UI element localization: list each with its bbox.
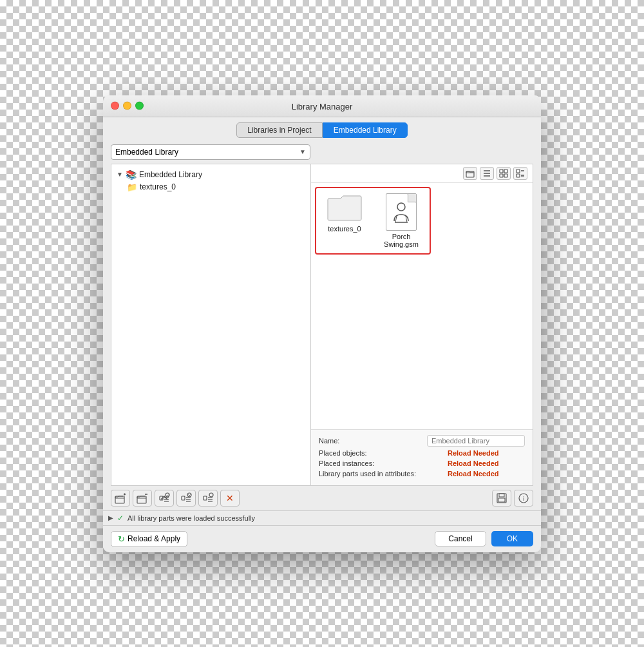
svg-point-36 (209, 493, 213, 497)
expand-icon: ▼ (117, 171, 123, 178)
name-row: Name: (319, 435, 525, 447)
left-panel: ▼ 📚 Embedded Library 📁 textures_0 (111, 164, 311, 485)
info-button[interactable]: i (514, 490, 533, 507)
svg-rect-20 (137, 496, 146, 503)
chevron-down-icon: ▼ (299, 148, 306, 155)
tab-embedded-library[interactable]: Embedded Library (323, 122, 408, 138)
settings-button[interactable] (198, 490, 218, 507)
title-bar: Library Manager (103, 95, 541, 117)
placed-instances-row: Placed instances: Reload Needed (319, 459, 525, 467)
svg-point-13 (397, 203, 405, 211)
placed-objects-row: Placed objects: Reload Needed (319, 449, 525, 457)
library-manager-window: Library Manager Libraries in Project Emb… (103, 95, 541, 552)
window-title: Library Manager (292, 102, 353, 111)
svg-rect-6 (500, 174, 503, 177)
svg-rect-39 (498, 498, 505, 502)
save-button[interactable] (492, 490, 511, 507)
bottom-right-buttons: i (492, 490, 533, 507)
maximize-button[interactable] (135, 102, 144, 110)
status-arrow-icon: ▶ (108, 514, 113, 521)
name-label: Name: (319, 437, 427, 445)
status-text: All library parts were loaded successful… (128, 514, 255, 522)
file-item-textures[interactable]: textures_0 (319, 191, 370, 251)
dropdown-bar: Embedded Library ▼ (111, 144, 533, 160)
placed-objects-label: Placed objects: (319, 449, 448, 457)
tab-libraries-in-project[interactable]: Libraries in Project (236, 122, 322, 138)
footer-right-buttons: Cancel OK (435, 531, 533, 546)
tree-child-label: textures_0 (140, 182, 176, 191)
tree-children: 📁 textures_0 (114, 181, 308, 193)
reload-apply-button[interactable]: ↻ Reload & Apply (111, 531, 187, 547)
library-parts-row: Library parts used in attributes: Reload… (319, 470, 525, 478)
tabs-bar: Libraries in Project Embedded Library (103, 117, 541, 142)
status-bar: ▶ ✓ All library parts were loaded succes… (103, 510, 541, 525)
svg-rect-38 (499, 494, 504, 497)
view-toolbar (311, 164, 533, 183)
tree-root-label: Embedded Library (139, 170, 202, 179)
remove-library-button[interactable] (133, 490, 152, 507)
file-label-gsm: Porch Swing.gsm (378, 233, 424, 248)
svg-rect-7 (504, 174, 507, 177)
ok-button[interactable]: OK (491, 531, 533, 546)
library-parts-label: Library parts used in attributes: (319, 470, 448, 478)
library-parts-value: Reload Needed (448, 470, 498, 478)
svg-rect-17 (115, 496, 124, 503)
grid-view-button[interactable] (497, 167, 511, 180)
svg-text:i: i (523, 496, 524, 502)
file-label-textures: textures_0 (328, 225, 361, 233)
cancel-button[interactable]: Cancel (435, 531, 486, 546)
status-check-icon: ✓ (117, 514, 124, 523)
svg-rect-4 (500, 169, 503, 173)
file-item-gsm[interactable]: Porch Swing.gsm (375, 191, 427, 251)
close-button[interactable] (111, 102, 119, 110)
folder-icon: 📁 (127, 182, 137, 192)
minimize-button[interactable] (123, 102, 131, 110)
move-down-button[interactable] (176, 490, 196, 507)
detail-view-button[interactable] (513, 167, 527, 180)
reload-icon: ↻ (118, 534, 125, 544)
add-library-button[interactable] (111, 490, 130, 507)
folder-view-button[interactable] (463, 167, 477, 180)
bottom-toolbar: ✕ i (111, 486, 533, 510)
svg-rect-27 (182, 496, 185, 500)
svg-rect-8 (516, 169, 520, 173)
footer-bar: ↻ Reload & Apply Cancel OK (103, 525, 541, 552)
reload-label: Reload & Apply (128, 534, 180, 543)
tree-child-item[interactable]: 📁 textures_0 (124, 181, 308, 193)
svg-point-31 (187, 493, 191, 497)
panels-container: ▼ 📚 Embedded Library 📁 textures_0 (111, 164, 533, 486)
placed-objects-value: Reload Needed (448, 449, 498, 457)
traffic-lights (111, 102, 144, 110)
library-dropdown[interactable]: Embedded Library ▼ (111, 144, 310, 160)
library-icon: 📚 (126, 169, 137, 180)
right-panel: textures_0 (311, 164, 533, 485)
placed-instances-label: Placed instances: (319, 459, 448, 467)
dropdown-value: Embedded Library (115, 148, 178, 157)
tree-root-item[interactable]: ▼ 📚 Embedded Library (114, 168, 308, 181)
main-content: Embedded Library ▼ ▼ 📚 Embedded Library … (103, 142, 541, 510)
move-up-button[interactable] (155, 490, 174, 507)
list-view-button[interactable] (480, 167, 494, 180)
svg-rect-5 (504, 169, 507, 173)
bottom-left-buttons: ✕ (111, 490, 240, 507)
svg-rect-10 (516, 174, 520, 177)
delete-button[interactable]: ✕ (220, 490, 240, 507)
info-panel: Name: Placed objects: Reload Needed Plac… (311, 429, 533, 485)
svg-rect-32 (204, 496, 207, 500)
placed-instances-value: Reload Needed (448, 459, 498, 467)
name-input[interactable] (427, 435, 525, 447)
